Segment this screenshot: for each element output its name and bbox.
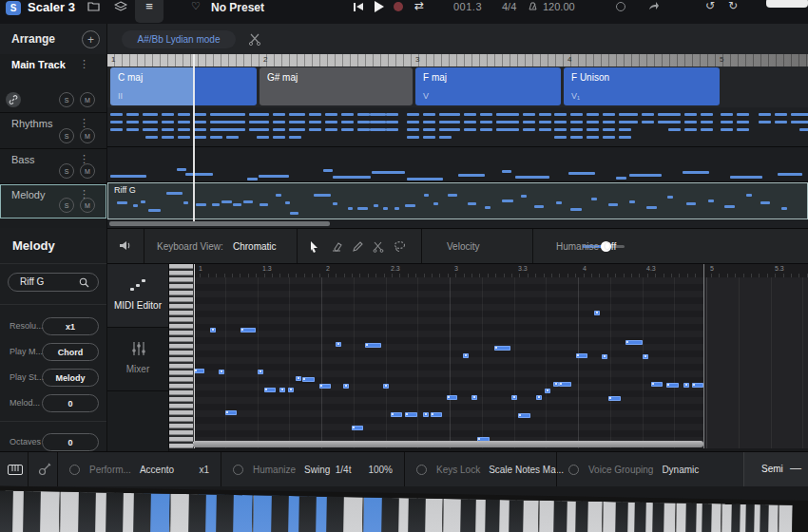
clip-end-marker[interactable]: [703, 264, 704, 448]
black-key[interactable]: [685, 504, 696, 532]
scissors-icon[interactable]: [248, 32, 261, 46]
midi-note[interactable]: [559, 382, 571, 387]
group-value[interactable]: Dynamic: [662, 465, 699, 475]
midi-note[interactable]: [625, 340, 643, 345]
mute-button[interactable]: M: [80, 163, 95, 179]
black-key[interactable]: [509, 500, 524, 532]
arrange-scrollbar[interactable]: [109, 221, 330, 226]
midi-note[interactable]: [240, 328, 256, 332]
share-icon[interactable]: [648, 1, 660, 10]
mute-button[interactable]: M: [80, 92, 95, 107]
midi-note[interactable]: [643, 354, 648, 359]
undo-icon[interactable]: ↺: [705, 0, 715, 12]
toggle-circle[interactable]: [69, 465, 80, 475]
midi-note[interactable]: [258, 370, 263, 374]
black-key[interactable]: [731, 504, 741, 532]
mute-button[interactable]: M: [80, 198, 95, 213]
group-extra[interactable]: 1/4t: [336, 465, 352, 475]
tab-mixer[interactable]: Mixer: [107, 328, 168, 391]
midi-note[interactable]: [423, 412, 429, 417]
track-row-rhythms[interactable]: Rhythms⋮SM: [0, 113, 106, 149]
black-key[interactable]: [760, 504, 769, 532]
scissors-tool[interactable]: [371, 239, 385, 254]
param-value-pill[interactable]: 0: [42, 433, 99, 451]
humanise-value[interactable]: Off: [604, 241, 616, 252]
roll-playhead[interactable]: [194, 264, 195, 448]
melody-clip[interactable]: Riff G: [107, 182, 808, 219]
param-value-pill[interactable]: x1: [42, 317, 99, 335]
midi-note[interactable]: [219, 370, 224, 374]
roll-ruler[interactable]: 11.322.333.344.355.3: [193, 264, 808, 277]
solo-button[interactable]: S: [59, 92, 74, 107]
midi-note[interactable]: [608, 396, 621, 401]
loop-icon[interactable]: ⇄: [414, 0, 424, 12]
group-extra[interactable]: x1: [199, 465, 209, 475]
midi-note[interactable]: [518, 413, 530, 418]
link-icon[interactable]: [6, 92, 21, 107]
tab-midi-editor[interactable]: MIDI Editor: [107, 264, 168, 328]
midi-note[interactable]: [602, 354, 607, 359]
midi-note[interactable]: [692, 383, 703, 388]
mute-button[interactable]: M: [80, 128, 95, 143]
toggle-circle[interactable]: [416, 465, 427, 475]
white-key[interactable]: [778, 504, 793, 532]
bass-lane[interactable]: [107, 147, 808, 182]
tempo-value[interactable]: 120.00: [543, 1, 575, 12]
midi-note[interactable]: [264, 388, 276, 392]
black-key[interactable]: [634, 503, 646, 532]
guitar-view-button[interactable]: [34, 460, 55, 479]
black-key[interactable]: [381, 498, 399, 532]
midi-note[interactable]: [463, 353, 469, 358]
bottom-group-humanize[interactable]: HumanizeSwing1/4t100%: [221, 452, 404, 486]
black-key[interactable]: [23, 491, 41, 532]
time-signature[interactable]: 4/4: [502, 1, 516, 12]
piano-roll[interactable]: 11.322.333.344.355.3: [193, 264, 808, 448]
midi-note[interactable]: [225, 410, 237, 415]
midi-note[interactable]: [279, 388, 285, 392]
preset-name[interactable]: No Preset: [211, 1, 264, 14]
midi-note[interactable]: [383, 384, 389, 389]
group-value[interactable]: Scale Notes Ma...: [489, 465, 564, 475]
midi-note[interactable]: [194, 369, 204, 373]
midi-note[interactable]: [296, 376, 301, 381]
track-row-main-track[interactable]: Main Track⋮SM: [0, 54, 106, 113]
chord-block-funison[interactable]: F UnisonV₁: [564, 67, 720, 105]
midi-note[interactable]: [352, 426, 363, 430]
black-key[interactable]: [78, 492, 96, 532]
semi-stepper[interactable]: Semi —: [743, 452, 808, 486]
browser-folder-icon[interactable]: [87, 1, 100, 11]
midi-note[interactable]: [594, 311, 600, 315]
midi-note[interactable]: [405, 412, 417, 417]
midi-note[interactable]: [343, 384, 349, 389]
lasso-tool[interactable]: [393, 239, 407, 254]
piano-view-button[interactable]: [5, 460, 26, 479]
midi-note[interactable]: [545, 389, 550, 393]
midi-note[interactable]: [431, 412, 442, 417]
midi-note[interactable]: [576, 353, 587, 358]
black-key[interactable]: [188, 494, 206, 532]
bottom-group-perform[interactable]: Perform...Accentox1: [57, 452, 221, 486]
playhead[interactable]: [193, 54, 195, 221]
black-key[interactable]: [745, 504, 755, 532]
black-key[interactable]: [0, 490, 13, 532]
midi-note[interactable]: [666, 383, 679, 388]
black-key[interactable]: [298, 496, 317, 532]
toggle-circle[interactable]: [233, 465, 243, 475]
chord-block-gmaj[interactable]: G# maj: [260, 67, 413, 105]
play-button[interactable]: [375, 1, 384, 12]
black-key[interactable]: [271, 496, 289, 532]
black-key[interactable]: [133, 493, 151, 532]
solo-button[interactable]: S: [59, 198, 74, 213]
midi-note[interactable]: [651, 382, 663, 387]
rhythms-lane[interactable]: [107, 107, 808, 147]
pointer-tool[interactable]: [307, 239, 321, 254]
midi-note[interactable]: [302, 377, 315, 382]
keyboard-view-value[interactable]: Chromatic: [233, 241, 277, 252]
eraser-tool[interactable]: [329, 239, 343, 254]
roll-scrollbar[interactable]: [193, 441, 703, 447]
black-key[interactable]: [326, 497, 344, 532]
layers-icon[interactable]: [114, 1, 127, 12]
bottom-group-keyslock[interactable]: Keys LockScale Notes Ma...: [404, 452, 556, 486]
midi-note[interactable]: [471, 395, 477, 400]
arrange-ruler[interactable]: 12345: [107, 54, 808, 66]
